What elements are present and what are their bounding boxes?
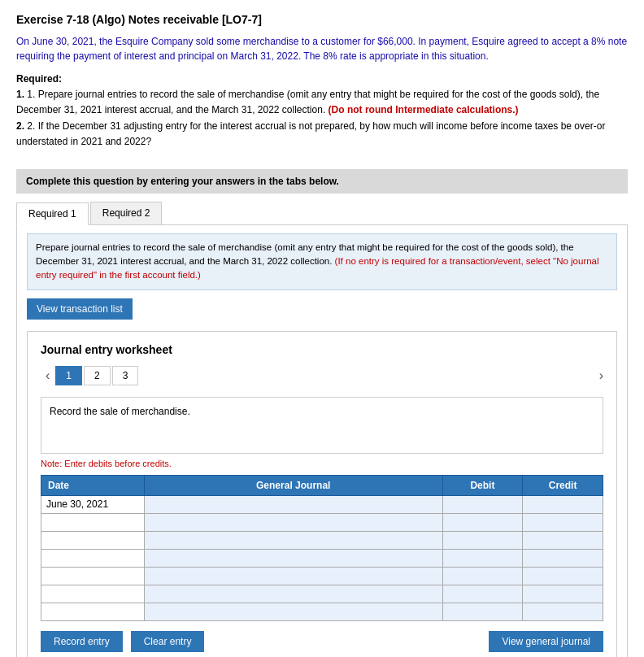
col-debit: Debit [442, 475, 523, 495]
table-row [41, 567, 603, 585]
date-cell-3 [41, 531, 145, 549]
date-cell-5 [41, 567, 145, 585]
prev-arrow[interactable]: ‹ [41, 367, 54, 385]
worksheet-nav: ‹ 1 2 3 › [41, 366, 603, 385]
worksheet-container: Journal entry worksheet ‹ 1 2 3 › Record… [27, 331, 617, 657]
credit-cell-2[interactable] [523, 513, 603, 531]
credit-cell-3[interactable] [523, 531, 603, 549]
clear-entry-btn[interactable]: Clear entry [131, 631, 205, 652]
general-cell-3[interactable] [144, 531, 442, 549]
table-row [41, 531, 603, 549]
record-description: Record the sale of merchandise. [41, 397, 603, 454]
credit-cell-7[interactable] [523, 603, 603, 620]
general-cell-7[interactable] [144, 603, 442, 620]
page-1-btn[interactable]: 1 [55, 366, 82, 385]
page-3-btn[interactable]: 3 [112, 366, 139, 385]
required-label: Required: [16, 73, 62, 85]
tab-info-box: Prepare journal entries to record the sa… [27, 233, 617, 290]
table-row [41, 603, 603, 620]
debit-cell-1[interactable] [442, 495, 523, 513]
general-cell-1[interactable] [144, 495, 442, 513]
table-row [41, 549, 603, 567]
date-cell-1: June 30, 2021 [41, 495, 145, 513]
view-transaction-btn[interactable]: View transaction list [27, 298, 133, 320]
debit-cell-6[interactable] [442, 585, 523, 603]
general-cell-4[interactable] [144, 549, 442, 567]
page-title: Exercise 7-18 (Algo) Notes receivable [L… [16, 13, 628, 26]
action-buttons: Record entry Clear entry View general jo… [41, 631, 603, 652]
table-row [41, 585, 603, 603]
next-arrow[interactable]: › [599, 368, 603, 383]
col-credit: Credit [523, 475, 603, 495]
intro-text: On June 30, 2021, the Esquire Company so… [16, 34, 628, 63]
debit-cell-7[interactable] [442, 603, 523, 620]
credit-cell-6[interactable] [523, 585, 603, 603]
debit-cell-5[interactable] [442, 567, 523, 585]
debit-cell-3[interactable] [442, 531, 523, 549]
tabs-container: Required 1 Required 2 [16, 202, 628, 225]
debit-cell-4[interactable] [442, 549, 523, 567]
table-row [41, 513, 603, 531]
page-2-btn[interactable]: 2 [84, 366, 111, 385]
general-cell-6[interactable] [144, 585, 442, 603]
date-cell-4 [41, 549, 145, 567]
record-entry-btn[interactable]: Record entry [41, 631, 123, 652]
required-item1: 1. 1. Prepare journal entries to record … [16, 89, 599, 115]
debit-cell-2[interactable] [442, 513, 523, 531]
col-general: General Journal [144, 475, 442, 495]
required-item2: 2. 2. If the December 31 adjusting entry… [16, 120, 605, 147]
required-section: Required: 1. 1. Prepare journal entries … [16, 72, 628, 150]
date-cell-7 [41, 603, 145, 620]
complete-banner: Complete this question by entering your … [16, 169, 628, 194]
tab-content: Prepare journal entries to record the sa… [16, 225, 628, 657]
credit-cell-1[interactable] [523, 495, 603, 513]
note-text: Note: Enter debits before credits. [41, 459, 603, 468]
date-cell-2 [41, 513, 145, 531]
table-row: June 30, 2021 [41, 495, 603, 513]
credit-cell-4[interactable] [523, 549, 603, 567]
general-cell-5[interactable] [144, 567, 442, 585]
credit-cell-5[interactable] [523, 567, 603, 585]
general-cell-2[interactable] [144, 513, 442, 531]
worksheet-title: Journal entry worksheet [41, 343, 603, 356]
tab-required1[interactable]: Required 1 [16, 202, 89, 225]
date-cell-6 [41, 585, 145, 603]
journal-table: Date General Journal Debit Credit June 3… [41, 475, 603, 621]
view-journal-btn[interactable]: View general journal [489, 631, 603, 652]
tab-required2[interactable]: Required 2 [90, 202, 163, 224]
col-date: Date [41, 475, 145, 495]
